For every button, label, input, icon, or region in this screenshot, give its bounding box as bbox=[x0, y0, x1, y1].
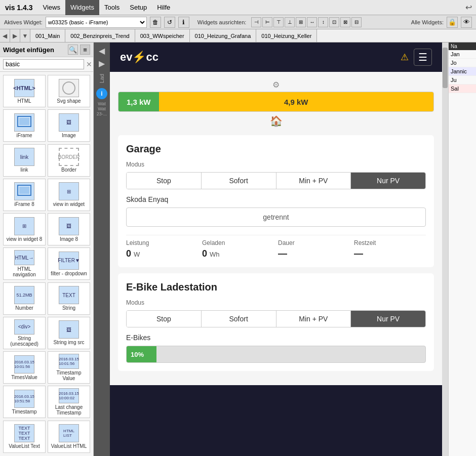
ebike-mode-nur-pv[interactable]: Nur PV bbox=[351, 311, 425, 327]
widget-image[interactable]: 🖼 Image bbox=[48, 109, 90, 142]
widget-image8-icon: 🖼 bbox=[59, 217, 79, 235]
widget-iframe8[interactable]: iFrame 8 bbox=[3, 179, 46, 211]
right-name-ju[interactable]: Ju bbox=[449, 76, 476, 85]
tab-010-heizung-grafana[interactable]: 010_Heizung_Grafana bbox=[190, 29, 257, 43]
widget-html[interactable]: <HTML> HTML bbox=[3, 75, 46, 107]
garage-mode-sofort[interactable]: Sofort bbox=[202, 173, 276, 189]
widget-view-in-widget8-icon: ⊞ bbox=[14, 217, 34, 235]
lock-button[interactable]: 🔒 bbox=[447, 17, 458, 28]
align-top-icon[interactable]: ⊥ bbox=[285, 17, 295, 27]
scrollbar[interactable] bbox=[442, 43, 448, 456]
tab-002-benzinpreis[interactable]: 002_Benzinpreis_Trend bbox=[65, 29, 135, 43]
widget-html-nav[interactable]: HTML→ HTML navigation bbox=[3, 247, 46, 280]
widget-border-label: Border bbox=[61, 167, 76, 173]
tab-001-main[interactable]: 001_Main bbox=[30, 29, 65, 43]
widget-iframe[interactable]: iFrame bbox=[3, 109, 46, 142]
editor-nav-left[interactable]: ◀ bbox=[97, 45, 106, 57]
right-name-sal[interactable]: Sal bbox=[449, 85, 476, 93]
main-frame[interactable]: ev⚡cc ⚠ ☰ ⚙ 1,3 kW bbox=[110, 43, 442, 456]
widget-image8[interactable]: 🖼 Image 8 bbox=[48, 213, 90, 245]
widget-view-in-widget-icon: ⊞ bbox=[59, 182, 79, 200]
top-menu-bar: vis 1.4.3 Views Widgets Tools Setup Hilf… bbox=[0, 0, 476, 15]
widget-filter-dropdown[interactable]: FILTER▼ filter - dropdown bbox=[48, 247, 90, 280]
sidebar-filter-button[interactable]: ≡ bbox=[80, 45, 90, 55]
tab-nav-left[interactable]: ◀ bbox=[0, 29, 10, 43]
widget-info-btn[interactable]: ℹ bbox=[178, 17, 189, 28]
power-bar-top: ⚙ bbox=[118, 80, 434, 90]
widget-html-nav-icon: HTML→ bbox=[14, 250, 34, 265]
ebike-mode-min-pv[interactable]: Min + PV bbox=[276, 311, 351, 327]
align-center-v-icon[interactable]: ⊞ bbox=[296, 17, 306, 27]
editor-nav-right[interactable]: ▶ bbox=[97, 57, 106, 70]
sidebar-search-clear[interactable]: ✕ bbox=[86, 60, 92, 68]
widget-view-in-widget[interactable]: ⊞ view in widget bbox=[48, 179, 90, 211]
widget-delete-btn[interactable]: 🗑 bbox=[150, 17, 161, 28]
status-button[interactable]: getrennt bbox=[126, 208, 426, 227]
widget-svg-icon bbox=[59, 79, 79, 97]
tab-nav-right[interactable]: ▶ bbox=[10, 29, 20, 43]
garage-mode-min-pv[interactable]: Min + PV bbox=[276, 173, 351, 189]
sidebar-search-button[interactable]: 🔍 bbox=[68, 45, 78, 55]
widget-string-unescaped[interactable]: <div> String (unescaped) bbox=[3, 317, 46, 349]
ebike-mode-stop[interactable]: Stop bbox=[127, 311, 202, 327]
info-bubble[interactable]: i bbox=[96, 88, 107, 99]
tab-010-heizung-keller[interactable]: 010_Heizung_Keller bbox=[256, 29, 317, 43]
widget-string[interactable]: TEXT String bbox=[48, 282, 90, 315]
widget-number-icon: 51.2MB bbox=[14, 286, 34, 304]
tab-003-wwspeicher[interactable]: 003_WWspeicher bbox=[135, 29, 190, 43]
menu-widgets[interactable]: Widgets bbox=[65, 0, 99, 15]
evcc-lightning-icon: ⚡ bbox=[132, 51, 146, 64]
evcc-logo-cc: cc bbox=[146, 51, 158, 64]
widget-last-change-timestamp[interactable]: 2016.03.1510:00:02 Last change Timestamp bbox=[48, 386, 90, 418]
scrollbar-thumb[interactable] bbox=[443, 48, 448, 88]
widget-valuelist-html[interactable]: HTMLLIST ValueList HTML bbox=[48, 421, 90, 453]
align-icons-group: ⊣ ⊢ ⊤ ⊥ ⊞ ↔ ↕ ⊡ ⊠ ⊟ bbox=[251, 17, 362, 27]
align-distribute-h-icon[interactable]: ↕ bbox=[318, 17, 328, 27]
right-name-jo[interactable]: Jo bbox=[449, 59, 476, 67]
widget-times-value[interactable]: 2016.03.1510:01:56 TimesValue bbox=[3, 351, 46, 384]
right-name-jan[interactable]: Jan bbox=[449, 50, 476, 59]
widget-view-in-widget8[interactable]: ⊞ view in widget 8 bbox=[3, 213, 46, 245]
widget-timestamp[interactable]: 2016.03.1510:51:58 Timestamp bbox=[3, 386, 46, 418]
active-widget-label: Aktives Widget: bbox=[4, 19, 43, 25]
menu-views[interactable]: Views bbox=[38, 0, 65, 15]
tab-nav-menu[interactable]: ▼ bbox=[20, 29, 30, 43]
widget-valuelist-text[interactable]: TEXTTEXTTEXT ValueList Text bbox=[3, 421, 46, 453]
sidebar-title: Widget einfügen bbox=[3, 46, 66, 54]
garage-mode-stop[interactable]: Stop bbox=[127, 173, 202, 189]
widget-svg-shape[interactable]: Svg shape bbox=[48, 75, 90, 107]
align-distribute-v-icon[interactable]: ⊡ bbox=[329, 17, 339, 27]
align-same-width-icon[interactable]: ⊠ bbox=[340, 17, 350, 27]
widget-select[interactable]: w03325 (basic - iFrame) bbox=[46, 17, 147, 28]
stat-restzeit-label: Restzeit bbox=[354, 239, 426, 246]
widget-number[interactable]: 51.2MB Number bbox=[3, 282, 46, 315]
ebike-mode-sofort[interactable]: Sofort bbox=[202, 311, 276, 327]
align-bottom-icon[interactable]: ↔ bbox=[307, 17, 317, 27]
widget-border[interactable]: BORDER Border bbox=[48, 144, 90, 177]
right-name-jannic[interactable]: Jannic bbox=[449, 67, 476, 76]
widget-string-img-src[interactable]: 🖼 String img src bbox=[48, 317, 90, 349]
align-right-icon[interactable]: ⊤ bbox=[273, 17, 284, 27]
widget-timestamp-value[interactable]: 2016.03.1510:01:56 Timestamp Value bbox=[48, 351, 90, 384]
menu-setup[interactable]: Setup bbox=[125, 0, 152, 15]
eye-button[interactable]: 👁 bbox=[461, 17, 472, 28]
align-center-h-icon[interactable]: ⊢ bbox=[262, 17, 272, 27]
align-same-height-icon[interactable]: ⊟ bbox=[351, 17, 362, 27]
garage-mode-nur-pv[interactable]: Nur PV bbox=[351, 173, 425, 189]
menu-tools[interactable]: Tools bbox=[99, 0, 125, 15]
sidebar-search-input[interactable] bbox=[3, 59, 84, 69]
align-left-icon[interactable]: ⊣ bbox=[251, 17, 261, 27]
menu-hilfe[interactable]: Hilfe bbox=[152, 0, 175, 15]
evcc-warning-icon[interactable]: ⚠ bbox=[401, 52, 409, 63]
widget-html-nav-label: HTML navigation bbox=[6, 266, 43, 277]
editor-left-strip: ◀ ▶ Lad i WatWat23-... bbox=[94, 43, 110, 456]
widget-filter-dropdown-label: filter - dropdown bbox=[51, 271, 87, 276]
widget-link[interactable]: link link bbox=[3, 144, 46, 177]
settings-gear-icon[interactable]: ⚙ bbox=[272, 80, 280, 90]
widget-refresh-btn[interactable]: ↺ bbox=[164, 17, 175, 28]
back-button[interactable]: ↩ bbox=[461, 3, 476, 12]
evcc-menu-button[interactable]: ☰ bbox=[414, 49, 432, 66]
ebike-modus-label: Modus bbox=[126, 299, 426, 306]
widget-border-icon: BORDER bbox=[59, 148, 79, 166]
widget-html-label: HTML bbox=[17, 98, 31, 104]
